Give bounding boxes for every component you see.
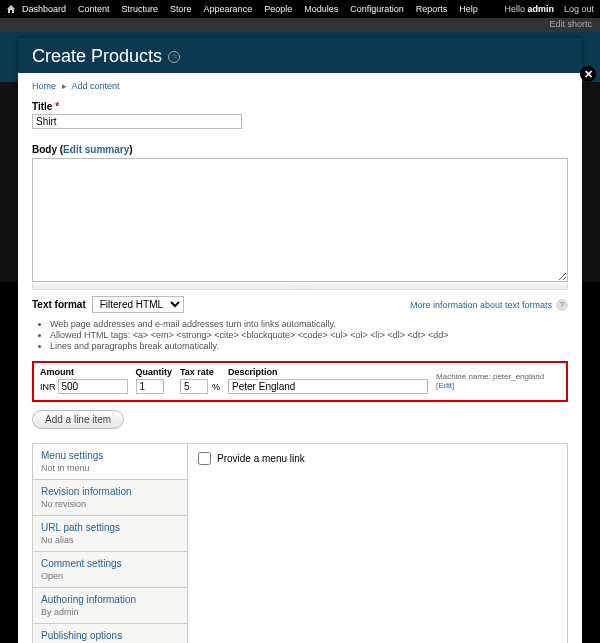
quantity-input[interactable] bbox=[136, 379, 164, 394]
menu-modules[interactable]: Modules bbox=[304, 4, 338, 14]
overlay-close-button[interactable]: ✕ bbox=[580, 66, 596, 82]
provide-menu-link-label: Provide a menu link bbox=[217, 453, 305, 464]
edit-summary-link[interactable]: Edit summary bbox=[63, 144, 129, 155]
hello-user[interactable]: Hello admin bbox=[504, 4, 554, 14]
tax-input[interactable] bbox=[180, 379, 208, 394]
toolbar-menu: Dashboard Content Structure Store Appear… bbox=[22, 4, 504, 14]
vertical-tabs: Menu settings Not in menu Revision infor… bbox=[32, 443, 568, 643]
tax-header: Tax rate bbox=[180, 367, 220, 377]
text-format-label: Text format bbox=[32, 299, 86, 310]
overlay-panel: Create Products ☆ Home ▸ Add content Tit… bbox=[18, 38, 582, 631]
shortcut-star-icon[interactable]: ☆ bbox=[168, 51, 180, 63]
title-input[interactable] bbox=[32, 114, 242, 129]
add-line-item-button[interactable]: Add a line item bbox=[32, 410, 124, 429]
more-formats-link[interactable]: More information about text formats bbox=[410, 300, 552, 310]
percent-label: % bbox=[212, 382, 220, 392]
amount-input[interactable] bbox=[58, 379, 128, 394]
menu-people[interactable]: People bbox=[264, 4, 292, 14]
help-icon[interactable]: ? bbox=[556, 299, 568, 311]
vtab-authoring-information[interactable]: Authoring information By admin bbox=[33, 588, 187, 624]
vtab-comment-settings[interactable]: Comment settings Open bbox=[33, 552, 187, 588]
breadcrumb-add-content[interactable]: Add content bbox=[72, 81, 120, 91]
menu-configuration[interactable]: Configuration bbox=[350, 4, 404, 14]
vtab-url-path-settings[interactable]: URL path settings No alias bbox=[33, 516, 187, 552]
line-item-box: Amount INR Quantity Tax rate % bbox=[32, 361, 568, 402]
menu-help[interactable]: Help bbox=[459, 4, 478, 14]
breadcrumb: Home ▸ Add content bbox=[32, 81, 568, 91]
amount-header: Amount bbox=[40, 367, 128, 377]
home-icon[interactable] bbox=[6, 4, 16, 14]
format-tips: Web page addresses and e-mail addresses … bbox=[40, 319, 568, 351]
edit-shortcuts-link[interactable]: Edit shortc bbox=[549, 19, 592, 29]
admin-toolbar: Dashboard Content Structure Store Appear… bbox=[0, 0, 600, 18]
body-label: Body (Edit summary) bbox=[32, 144, 133, 155]
vtab-menu-settings[interactable]: Menu settings Not in menu bbox=[33, 444, 187, 480]
machine-name-edit-link[interactable]: Edit bbox=[438, 381, 452, 390]
text-format-select[interactable]: Filtered HTML bbox=[92, 296, 184, 313]
menu-structure[interactable]: Structure bbox=[122, 4, 159, 14]
menu-reports[interactable]: Reports bbox=[416, 4, 448, 14]
menu-dashboard[interactable]: Dashboard bbox=[22, 4, 66, 14]
title-label: Title * bbox=[32, 101, 568, 112]
menu-content[interactable]: Content bbox=[78, 4, 110, 14]
currency-label: INR bbox=[40, 382, 56, 392]
logout-link[interactable]: Log out bbox=[564, 4, 594, 14]
vtab-publishing-options[interactable]: Publishing options Published, Promoted t… bbox=[33, 624, 187, 643]
quantity-header: Quantity bbox=[136, 367, 173, 377]
provide-menu-link-checkbox[interactable] bbox=[198, 452, 211, 465]
breadcrumb-home[interactable]: Home bbox=[32, 81, 56, 91]
page-title: Create Products ☆ bbox=[32, 46, 568, 73]
shortcut-bar: Edit shortc bbox=[0, 18, 600, 32]
description-input[interactable] bbox=[228, 379, 428, 394]
menu-store[interactable]: Store bbox=[170, 4, 192, 14]
menu-appearance[interactable]: Appearance bbox=[204, 4, 253, 14]
machine-name-label: Machine name: peter_england [Edit] bbox=[436, 372, 560, 390]
vtab-revision-information[interactable]: Revision information No revision bbox=[33, 480, 187, 516]
vtab-pane: Provide a menu link bbox=[188, 444, 567, 643]
description-header: Description bbox=[228, 367, 428, 377]
body-textarea[interactable] bbox=[32, 158, 568, 282]
textarea-grippie[interactable]: :::::: bbox=[32, 284, 568, 290]
